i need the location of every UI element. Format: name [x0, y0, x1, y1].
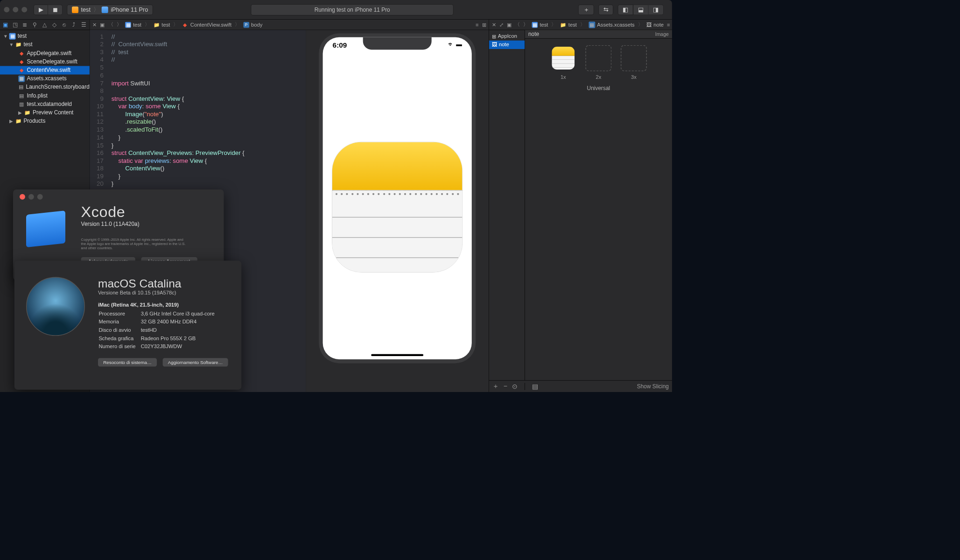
about-version: Version 11.0 (11A420a): [81, 221, 217, 228]
tree-folder[interactable]: ▶📁Products: [0, 117, 90, 126]
spec-row: Processore3,6 GHz Intel Core i3 quad-cor…: [98, 310, 214, 317]
issue-navigator-icon[interactable]: △: [41, 21, 48, 28]
jumpbar-segment[interactable]: 📁test: [560, 21, 577, 28]
jumpbar-segment[interactable]: ▦test: [125, 22, 141, 28]
system-report-button[interactable]: Resoconto di sistema…: [98, 358, 157, 366]
minimize-icon[interactable]: [28, 194, 34, 200]
jumpbar-segment[interactable]: Pbody: [243, 22, 262, 28]
titlebar: ▶ ◼ test 〉 iPhone 11 Pro Running test on…: [0, 0, 672, 20]
window-traffic-lights[interactable]: [4, 7, 27, 13]
about-copyright: Copyright © 1999–2019 Apple Inc. All rig…: [81, 238, 186, 251]
remove-asset-icon[interactable]: −: [504, 383, 507, 390]
os-name: macOS Catalina: [98, 277, 230, 290]
spec-table: Processore3,6 GHz Intel Core i3 quad-cor…: [98, 309, 215, 351]
debug-navigator-icon[interactable]: ⎋: [61, 21, 67, 28]
add-asset-icon[interactable]: ＋: [492, 382, 499, 391]
software-update-button[interactable]: Aggiornamento Software…: [162, 358, 228, 366]
filter-asset-icon[interactable]: ⊙: [512, 382, 518, 390]
note-preview-image: [332, 142, 462, 273]
appicon-icon: ⊞: [492, 33, 496, 39]
jumpbar-segment[interactable]: ▦test: [532, 22, 548, 28]
code-review-button[interactable]: ⇆: [598, 4, 613, 14]
forward-icon[interactable]: 〉: [523, 21, 528, 28]
related-items-icon[interactable]: ▣: [100, 21, 105, 28]
activity-view: Running test on iPhone 11 Pro: [251, 4, 454, 15]
spec-row: Disco di avviotestHD: [98, 326, 214, 334]
editor-jumpbar[interactable]: ✕ ▣ 〈 〉 ▦test〉 📁test〉 ◆ContentView.swift…: [90, 20, 489, 30]
outline-toggle-icon[interactable]: ▤: [532, 382, 538, 390]
status-time: 6:09: [333, 41, 347, 50]
navigator-tabs[interactable]: ▣ ◳ ≣ ⚲ △ ◇ ⎋ ⤴ ☰: [0, 20, 90, 30]
asset-slot-2x[interactable]: 2x: [585, 45, 611, 81]
show-slicing-button[interactable]: Show Slicing: [637, 383, 669, 390]
project-navigator-icon[interactable]: ▣: [2, 21, 8, 28]
spec-row: Memoria32 GB 2400 MHz DDR4: [98, 318, 214, 325]
back-icon[interactable]: 〈: [515, 21, 520, 28]
asset-slot-3x[interactable]: 3x: [621, 45, 647, 81]
xcode-app-icon: [20, 203, 72, 252]
editor-options-icon[interactable]: ≡: [667, 22, 670, 28]
spec-row: Numero di serieC02Y32JBJWDW: [98, 343, 214, 350]
report-navigator-icon[interactable]: ☰: [80, 21, 87, 28]
source-control-navigator-icon[interactable]: ◳: [12, 21, 18, 28]
jumpbar-segment[interactable]: ◆ContentView.swift: [182, 21, 231, 28]
preview-canvas[interactable]: 6:09 ᯤ▬: [306, 30, 489, 392]
iphone-frame: 6:09 ᯤ▬: [319, 33, 476, 363]
zoom-icon[interactable]: [21, 7, 27, 13]
related-items-icon[interactable]: ▣: [507, 21, 512, 28]
asset-name: note: [528, 31, 539, 37]
focus-icon[interactable]: ⤢: [499, 21, 504, 28]
tree-file-selected[interactable]: ◆ContentView.swift: [0, 66, 90, 74]
battery-icon: ▬: [456, 41, 462, 50]
jumpbar-segment[interactable]: 📁test: [153, 21, 170, 28]
breakpoint-navigator-icon[interactable]: ⤴: [70, 21, 77, 28]
asset-item-selected[interactable]: 🖼note: [489, 41, 525, 49]
add-editor-icon[interactable]: ⊞: [482, 21, 486, 28]
find-navigator-icon[interactable]: ⚲: [31, 21, 38, 28]
symbol-navigator-icon[interactable]: ≣: [21, 21, 28, 28]
tree-project[interactable]: ▼▦test: [0, 32, 90, 41]
asset-outline[interactable]: ⊞AppIcon 🖼note: [489, 30, 525, 380]
about-this-mac-window[interactable]: macOS Catalina Versione Beta di 10.15 (1…: [14, 261, 242, 390]
test-navigator-icon[interactable]: ◇: [51, 21, 57, 28]
close-split-icon[interactable]: ✕: [92, 21, 97, 28]
run-button[interactable]: ▶: [34, 4, 48, 14]
home-indicator: [371, 354, 423, 356]
tree-file[interactable]: ▥test.xcdatamodeld: [0, 100, 90, 108]
scheme-icon: [72, 7, 78, 13]
tree-folder[interactable]: ▶📁Preview Content: [0, 108, 90, 117]
editor-options-icon[interactable]: ≡: [476, 22, 479, 28]
zoom-icon[interactable]: [37, 194, 43, 200]
tree-group[interactable]: ▼📁test: [0, 41, 90, 49]
toggle-debug-area-button[interactable]: ⬓: [633, 4, 649, 14]
about-traffic-lights[interactable]: [20, 194, 211, 200]
minimize-icon[interactable]: [13, 7, 18, 13]
back-icon[interactable]: 〈: [108, 21, 113, 28]
toggle-navigator-button[interactable]: ◧: [618, 4, 633, 14]
tree-file[interactable]: ◆AppDelegate.swift: [0, 49, 90, 57]
spec-row: Scheda graficaRadeon Pro 555X 2 GB: [98, 334, 214, 342]
assets-footer: ＋ − ⊙ ▤ Show Slicing: [489, 380, 672, 392]
close-icon[interactable]: [4, 7, 9, 13]
scheme-selector[interactable]: test 〉 iPhone 11 Pro: [67, 4, 153, 14]
tree-file[interactable]: ▤Info.plist: [0, 91, 90, 100]
tree-file[interactable]: ▦Assets.xcassets: [0, 75, 90, 83]
jumpbar-segment[interactable]: 🖼note: [646, 22, 664, 28]
tree-file[interactable]: ▤LaunchScreen.storyboard: [0, 83, 90, 91]
assets-editor: ✕ ⤢ ▣ 〈 〉 ▦test〉 📁test〉 ▦Assets.xcassets…: [489, 20, 672, 392]
library-button[interactable]: ＋: [578, 4, 594, 14]
tree-file[interactable]: ◆SceneDelegate.swift: [0, 57, 90, 66]
asset-slot-1x[interactable]: 1x: [550, 45, 576, 81]
os-version: Versione Beta di 10.15 (19A578c): [98, 290, 230, 296]
image-set-icon: 🖼: [492, 42, 497, 48]
wifi-icon: ᯤ: [448, 41, 454, 50]
assets-jumpbar[interactable]: ✕ ⤢ ▣ 〈 〉 ▦test〉 📁test〉 ▦Assets.xcassets…: [489, 20, 672, 30]
forward-icon[interactable]: 〉: [117, 21, 122, 28]
asset-item[interactable]: ⊞AppIcon: [489, 32, 525, 41]
stop-button[interactable]: ◼: [48, 4, 63, 14]
toggle-inspector-button[interactable]: ◨: [649, 4, 664, 14]
jumpbar-segment[interactable]: ▦Assets.xcassets: [589, 21, 634, 28]
mac-model: iMac (Retina 4K, 21.5-inch, 2019): [98, 302, 230, 308]
close-split-icon[interactable]: ✕: [492, 21, 496, 28]
close-icon[interactable]: [20, 194, 25, 200]
